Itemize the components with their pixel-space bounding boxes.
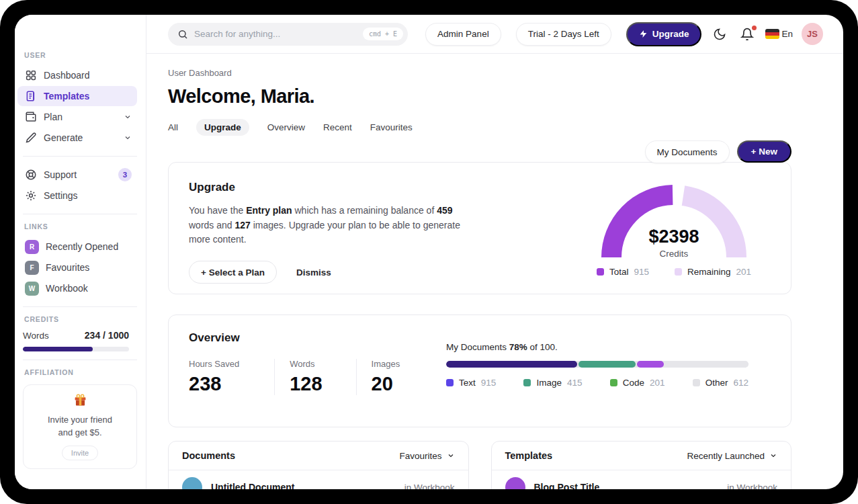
- content: User Dashboard Welcome, Maria. My Docume…: [146, 68, 843, 489]
- tabs: All Upgrade Overview Recent Favourites: [168, 119, 791, 136]
- sidebar-item-plan[interactable]: Plan: [17, 107, 137, 127]
- sidebar-item-support[interactable]: Support 3: [17, 165, 137, 185]
- document-location: in Workbook: [404, 482, 455, 490]
- document-avatar: [182, 477, 202, 489]
- sidebar-item-label: Recently Opened: [46, 241, 132, 252]
- templates-doc-icon: [25, 90, 37, 102]
- documents-card-title: Documents: [182, 450, 235, 461]
- stat-words: Words 128: [274, 359, 355, 395]
- legend-item-text: Text 915: [446, 378, 496, 388]
- main-area: cmd + E Admin Panel Trial - 2 Days Left …: [146, 15, 843, 489]
- template-title: Blog Post Title: [534, 482, 719, 489]
- sidebar-item-templates[interactable]: Templates: [17, 86, 137, 106]
- legend-item-total: Total 915: [597, 267, 649, 277]
- support-count-badge: 3: [118, 168, 132, 181]
- search-shortcut-badge: cmd + E: [363, 28, 403, 40]
- tab-upgrade[interactable]: Upgrade: [196, 119, 249, 136]
- upgrade-button[interactable]: Upgrade: [626, 22, 702, 46]
- app-window: USER Dashboard Templates Plan Generate S…: [15, 15, 843, 489]
- page-title: Welcome, Maria.: [168, 85, 791, 108]
- notifications-button[interactable]: [738, 25, 757, 44]
- user-avatar[interactable]: JS: [802, 23, 823, 45]
- sidebar-divider: [23, 214, 137, 214]
- bottom-row: Documents Favourites Untitled Document i…: [168, 441, 791, 489]
- tab-overview[interactable]: Overview: [267, 119, 305, 136]
- my-documents-button[interactable]: My Documents: [645, 140, 730, 163]
- lightning-bolt-icon: [639, 30, 648, 38]
- select-plan-button[interactable]: + Select a Plan: [189, 261, 277, 284]
- tab-all[interactable]: All: [168, 119, 178, 136]
- dark-mode-toggle[interactable]: [710, 25, 729, 44]
- credits-progress-track: [23, 347, 129, 351]
- credits-metric-value: 234 / 1000: [85, 330, 129, 341]
- sidebar-item-label: Support: [44, 169, 112, 180]
- notification-dot: [752, 26, 757, 30]
- chevron-down-icon: [124, 134, 132, 142]
- gauge-legend: Total 915 Remaining 201: [599, 267, 749, 277]
- sidebar-item-dashboard[interactable]: Dashboard: [17, 65, 137, 85]
- dashboard-grid-icon: [25, 69, 37, 81]
- stat-hours-saved: Hours Saved 238: [189, 359, 274, 395]
- documents-progress-block: My Documents 78% of 100. Text 915 Image …: [446, 342, 748, 388]
- sidebar-item-label: Generate: [44, 132, 117, 143]
- legend-swatch: [610, 379, 617, 386]
- template-list-item[interactable]: Blog Post Title in Workbook: [492, 470, 791, 489]
- gauge-value: $2398: [599, 226, 749, 247]
- documents-filter-dropdown[interactable]: Favourites: [399, 451, 454, 461]
- bar-segment-text: [446, 361, 577, 368]
- tab-recent[interactable]: Recent: [323, 119, 352, 136]
- gear-icon: [25, 190, 37, 202]
- header-actions: My Documents + New: [645, 140, 791, 163]
- sidebar-link-recently-opened[interactable]: R Recently Opened: [17, 237, 137, 257]
- legend-swatch: [597, 268, 604, 276]
- tab-favourites[interactable]: Favourites: [370, 119, 413, 136]
- sidebar-link-favourites[interactable]: F Favourites: [17, 257, 137, 278]
- dismiss-button[interactable]: Dismiss: [296, 267, 331, 278]
- document-list-item[interactable]: Untitled Document in Workbook: [169, 470, 468, 489]
- pencil-icon: [25, 132, 37, 144]
- link-initial-badge: F: [25, 261, 39, 275]
- credits-gauge: $2398 Credits Total 915 Remaining: [599, 183, 749, 294]
- templates-filter-dropdown[interactable]: Recently Launched: [687, 451, 777, 461]
- bar-segment-other: [665, 361, 748, 368]
- search-icon: [177, 29, 188, 40]
- topbar: cmd + E Admin Panel Trial - 2 Days Left …: [146, 15, 843, 54]
- german-flag-icon: [765, 29, 779, 39]
- invite-button[interactable]: Invite: [62, 446, 98, 460]
- templates-card: Templates Recently Launched Blog Post Ti…: [491, 441, 792, 489]
- sidebar-item-label: Plan: [44, 112, 117, 122]
- search-box[interactable]: cmd + E: [168, 23, 408, 46]
- chevron-down-icon: [124, 113, 132, 121]
- sidebar-item-label: Settings: [44, 190, 132, 201]
- sidebar-item-label: Favourites: [46, 262, 132, 273]
- documents-progress-text: My Documents 78% of 100.: [446, 342, 748, 352]
- sidebar-item-label: Templates: [44, 91, 132, 101]
- legend-swatch: [523, 379, 531, 386]
- sidebar-link-workbook[interactable]: W Workbook: [17, 278, 137, 298]
- sidebar-item-label: Workbook: [46, 283, 132, 294]
- language-selector[interactable]: En: [765, 29, 793, 39]
- legend-item-image: Image 415: [523, 378, 582, 388]
- chevron-down-icon: [769, 452, 777, 460]
- breadcrumb: User Dashboard: [168, 68, 791, 78]
- stat-images: Images 20: [356, 359, 417, 395]
- trial-status-button[interactable]: Trial - 2 Days Left: [516, 23, 611, 46]
- legend-item-remaining: Remaining 201: [675, 267, 751, 277]
- admin-panel-button[interactable]: Admin Panel: [425, 23, 501, 46]
- affiliation-card: Invite your friend and get $5. Invite: [23, 384, 137, 469]
- device-frame: USER Dashboard Templates Plan Generate S…: [0, 0, 858, 504]
- search-input[interactable]: [194, 29, 357, 39]
- sidebar-section-links: LINKS: [24, 222, 146, 230]
- template-location: in Workbook: [727, 482, 777, 490]
- sidebar-item-generate[interactable]: Generate: [17, 128, 137, 148]
- bar-segment-code: [637, 361, 664, 368]
- upgrade-card-title: Upgrade: [189, 181, 484, 194]
- sidebar-section-affiliation: AFFILIATION: [24, 368, 146, 376]
- new-button[interactable]: + New: [737, 140, 791, 163]
- affiliation-text: Invite your friend and get $5.: [29, 414, 131, 439]
- sidebar-item-settings[interactable]: Settings: [17, 185, 137, 206]
- wallet-icon: [25, 111, 37, 123]
- templates-card-title: Templates: [505, 450, 553, 461]
- upgrade-button-label: Upgrade: [652, 29, 689, 39]
- credits-progress-fill: [23, 347, 93, 351]
